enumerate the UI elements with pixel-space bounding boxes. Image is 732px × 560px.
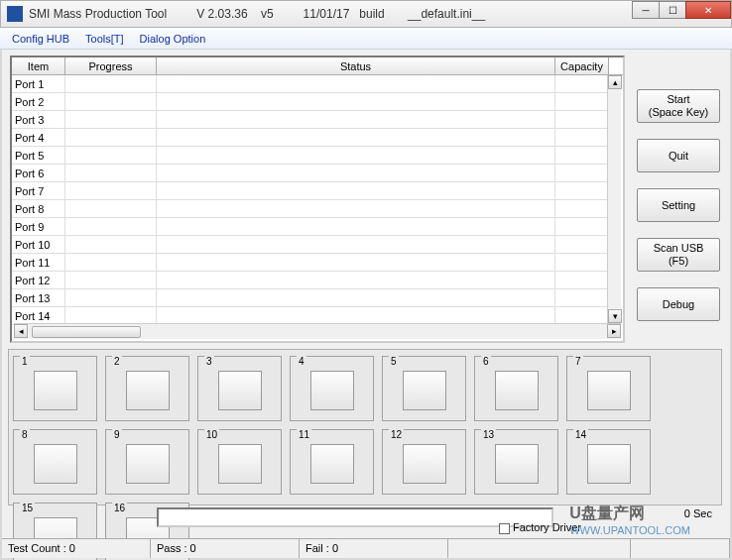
cell-status (157, 75, 555, 93)
table-row[interactable]: Port 10 (12, 236, 623, 254)
menu-dialog-option[interactable]: Dialog Option (132, 31, 214, 47)
table-row[interactable]: Port 7 (12, 182, 623, 200)
port-button-11[interactable] (310, 444, 354, 484)
cell-item: Port 3 (12, 111, 65, 129)
ports-panel: 12345678910111213141516 (8, 349, 722, 505)
port-grid-panel: Item Progress Status Capacity Port 1Port… (10, 56, 625, 343)
quit-button[interactable]: Quit (637, 139, 720, 172)
cell-item: Port 6 (12, 165, 65, 182)
table-row[interactable]: Port 8 (12, 200, 623, 218)
col-item[interactable]: Item (12, 57, 65, 74)
scroll-right-icon[interactable]: ▸ (607, 324, 621, 338)
scan-usb-button[interactable]: Scan USB (F5) (637, 238, 720, 272)
cell-item: Port 1 (12, 75, 65, 93)
scroll-down-icon[interactable]: ▾ (608, 309, 622, 323)
port-button-7[interactable] (587, 371, 631, 410)
cell-status (157, 165, 555, 182)
table-row[interactable]: Port 3 (12, 111, 623, 129)
factory-driver-checkbox[interactable]: Factory Driver (499, 521, 581, 534)
close-button[interactable]: ✕ (685, 1, 731, 19)
grid-horizontal-scrollbar[interactable]: ◂ ▸ (14, 323, 621, 339)
cell-progress (65, 129, 157, 147)
port-button-6[interactable] (495, 371, 539, 410)
table-row[interactable]: Port 9 (12, 218, 623, 236)
cell-progress (65, 289, 157, 307)
table-row[interactable]: Port 11 (12, 254, 623, 272)
port-button-12[interactable] (403, 444, 446, 484)
port-number-label: 13 (481, 429, 496, 440)
cell-status (157, 289, 555, 307)
port-number-label: 6 (481, 356, 491, 367)
menu-config-hub[interactable]: Config HUB (4, 31, 77, 47)
port-button-8[interactable] (34, 444, 77, 484)
status-empty (448, 539, 631, 558)
port-button-10[interactable] (218, 444, 262, 484)
cell-item: Port 10 (12, 236, 65, 254)
port-number-label: 5 (389, 356, 399, 367)
debug-button[interactable]: Debug (637, 287, 720, 321)
port-button-5[interactable] (403, 371, 446, 410)
maximize-button[interactable]: ☐ (659, 1, 686, 19)
table-row[interactable]: Port 13 (12, 289, 623, 307)
app-icon (7, 6, 23, 22)
col-status[interactable]: Status (157, 57, 555, 74)
port-button-9[interactable] (126, 444, 170, 484)
table-row[interactable]: Port 4 (12, 129, 623, 147)
cell-progress (65, 147, 157, 165)
port-frame-8: 8 (13, 429, 97, 495)
port-button-4[interactable] (310, 371, 354, 410)
minimize-button[interactable]: ─ (632, 1, 660, 19)
cell-status (157, 272, 555, 289)
cell-item: Port 7 (12, 182, 65, 200)
cell-progress (65, 272, 157, 289)
start-button[interactable]: Start (Space Key) (637, 89, 720, 123)
table-row[interactable]: Port 2 (12, 93, 623, 111)
cell-item: Port 11 (12, 254, 65, 272)
cell-status (157, 236, 555, 254)
port-button-2[interactable] (126, 371, 170, 410)
cell-progress (65, 236, 157, 254)
port-button-13[interactable] (495, 444, 539, 484)
cell-item: Port 12 (12, 272, 65, 289)
cell-status (157, 129, 555, 147)
scroll-thumb[interactable] (32, 326, 141, 338)
cell-status (157, 218, 555, 236)
port-number-label: 9 (112, 429, 122, 440)
port-button-14[interactable] (587, 444, 631, 484)
cell-item: Port 13 (12, 289, 65, 307)
grid-vertical-scrollbar[interactable]: ▴ ▾ (607, 75, 621, 323)
cell-status (157, 182, 555, 200)
status-bar: Test Count : 0 Pass : 0 Fail : 0 (2, 538, 730, 558)
scroll-up-icon[interactable]: ▴ (608, 75, 622, 89)
table-row[interactable]: Port 1 (12, 75, 623, 93)
scroll-left-icon[interactable]: ◂ (14, 324, 28, 338)
port-frame-5: 5 (382, 356, 466, 421)
setting-button[interactable]: Setting (637, 188, 720, 222)
table-row[interactable]: Port 5 (12, 147, 623, 165)
port-frame-7: 7 (566, 356, 651, 421)
log-output (157, 507, 553, 527)
port-button-1[interactable] (34, 371, 77, 410)
timer-label: 0 Sec (684, 507, 712, 519)
cell-capacity (555, 147, 609, 165)
col-capacity[interactable]: Capacity (555, 57, 609, 74)
cell-progress (65, 165, 157, 182)
table-row[interactable]: Port 6 (12, 165, 623, 182)
table-row[interactable]: Port 12 (12, 272, 623, 289)
cell-item: Port 2 (12, 93, 65, 111)
col-progress[interactable]: Progress (65, 57, 157, 74)
port-number-label: 11 (297, 429, 311, 440)
cell-progress (65, 200, 157, 218)
cell-status (157, 93, 555, 111)
port-button-3[interactable] (218, 371, 262, 410)
checkbox-icon (499, 523, 510, 534)
port-number-label: 7 (573, 356, 583, 367)
menu-tools[interactable]: Tools[T] (77, 31, 132, 47)
cell-capacity (555, 93, 609, 111)
cell-status (157, 147, 555, 165)
cell-item: Port 8 (12, 200, 65, 218)
cell-capacity (555, 272, 609, 289)
cell-capacity (555, 129, 609, 147)
cell-progress (65, 254, 157, 272)
port-frame-4: 4 (290, 356, 374, 421)
